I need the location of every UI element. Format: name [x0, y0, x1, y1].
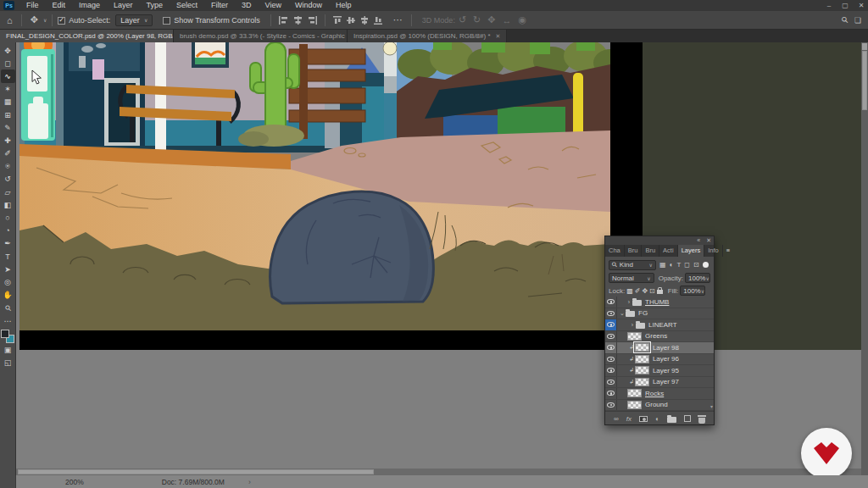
filter-pixel-icon[interactable]: ▦: [659, 261, 666, 269]
healing-brush-tool[interactable]: ✚: [1, 134, 15, 147]
link-layers-icon[interactable]: ∞: [614, 415, 619, 423]
tab-brushes[interactable]: Bru: [625, 245, 643, 257]
scroll-down-arrow[interactable]: ▾: [710, 403, 713, 409]
lock-transparency-icon[interactable]: ▩: [626, 287, 633, 295]
pen-tool[interactable]: ✒: [1, 237, 15, 250]
layer-thumbnail[interactable]: [627, 389, 642, 397]
chevron-down-icon[interactable]: ∨: [43, 17, 47, 23]
restore-button[interactable]: ▢: [838, 0, 852, 11]
menu-image[interactable]: Image: [72, 0, 107, 11]
distribute-vcenter-icon[interactable]: [347, 16, 355, 25]
new-group-icon[interactable]: [667, 417, 676, 423]
layer-row[interactable]: Greens: [605, 331, 714, 343]
color-swatches[interactable]: [1, 330, 14, 343]
layer-thumbnail[interactable]: [635, 366, 649, 374]
layer-thumbnail[interactable]: [635, 343, 649, 352]
layer-row[interactable]: ↲Layer 97: [605, 377, 714, 389]
fill-field[interactable]: 100% ∨: [680, 286, 705, 296]
tab-inspiration[interactable]: Inspiration.psd @ 100% (DESIGN, RGB/8#) …: [348, 30, 507, 42]
tab-channels[interactable]: Cha: [605, 245, 625, 257]
tab-layers[interactable]: Layers: [678, 245, 705, 257]
add-mask-icon[interactable]: [639, 416, 648, 422]
layer-thumbnail[interactable]: [635, 378, 649, 386]
filter-smart-object-icon[interactable]: ⊡: [693, 261, 699, 269]
distribute-bottom-icon[interactable]: [374, 16, 382, 25]
visibility-toggle[interactable]: [605, 342, 617, 353]
menu-window[interactable]: Window: [288, 0, 329, 11]
filter-type-dropdown[interactable]: ⚲ Kind ∨: [609, 260, 656, 270]
panel-menu-icon[interactable]: ≡: [723, 245, 733, 257]
collapse-panel-icon[interactable]: «: [697, 237, 700, 243]
menu-layer[interactable]: Layer: [107, 0, 140, 11]
layer-row[interactable]: ⌄FG: [605, 308, 714, 320]
layer-row[interactable]: ›LINEART: [605, 319, 714, 331]
close-panel-icon[interactable]: ✕: [706, 237, 711, 243]
visibility-toggle[interactable]: [605, 297, 617, 308]
layer-row-selected[interactable]: ↲Layer 98: [605, 342, 714, 354]
show-transform-checkbox[interactable]: [163, 17, 170, 25]
tab-brush-settings[interactable]: Bru: [642, 245, 659, 257]
menu-filter[interactable]: Filter: [204, 0, 235, 11]
layer-thumbnail[interactable]: [627, 332, 642, 341]
menu-help[interactable]: Help: [329, 0, 359, 11]
layer-thumbnail[interactable]: [627, 401, 642, 409]
clone-stamp-tool[interactable]: ⍟: [1, 160, 15, 173]
quick-mask-button[interactable]: ▣: [1, 343, 15, 356]
layer-row[interactable]: ↲Layer 96: [605, 354, 714, 366]
move-tool[interactable]: ✥: [1, 44, 15, 57]
frame-tool[interactable]: ⊞: [1, 108, 15, 121]
screen-mode-button[interactable]: ◱: [1, 356, 15, 369]
expander-icon[interactable]: ⌄: [619, 310, 626, 317]
expander-icon[interactable]: ›: [629, 322, 636, 328]
filter-shape-icon[interactable]: ◻: [684, 261, 690, 269]
tab-actions[interactable]: Acti: [659, 245, 678, 257]
canvas-artwork[interactable]: [19, 42, 643, 350]
lock-position-icon[interactable]: ✥: [642, 287, 648, 295]
scroll-up-arrow[interactable]: [862, 43, 867, 50]
filter-type-icon[interactable]: T: [676, 261, 681, 269]
layer-row[interactable]: Ground: [605, 400, 714, 412]
scrollbar-thumb[interactable]: [18, 469, 374, 474]
history-brush-tool[interactable]: ↺: [1, 173, 15, 186]
new-layer-icon[interactable]: [684, 415, 691, 422]
visibility-toggle[interactable]: [605, 388, 617, 399]
layer-style-icon[interactable]: fx: [626, 415, 632, 423]
lock-artboard-icon[interactable]: ⊡: [649, 287, 655, 295]
menu-3d[interactable]: 3D: [235, 0, 259, 11]
menu-type[interactable]: Type: [140, 0, 170, 11]
type-tool[interactable]: T: [1, 250, 15, 263]
magic-wand-tool[interactable]: ✶: [1, 83, 15, 96]
brush-tool[interactable]: ✐: [1, 147, 15, 160]
minimize-button[interactable]: –: [822, 0, 836, 11]
marquee-tool[interactable]: ◻: [1, 57, 15, 69]
visibility-toggle[interactable]: [605, 377, 617, 388]
visibility-toggle[interactable]: [605, 331, 617, 342]
blur-tool[interactable]: ○: [1, 211, 15, 224]
align-left-icon[interactable]: [279, 16, 288, 25]
align-center-icon[interactable]: [293, 16, 303, 25]
gradient-tool[interactable]: ◧: [1, 198, 15, 211]
canvas-viewport[interactable]: « ✕ Cha Bru Bru Acti Layers Info ≡ ⚲ Kin…: [16, 42, 868, 475]
layer-row[interactable]: ›THUMB: [605, 297, 714, 308]
more-options-icon[interactable]: ⋯: [390, 14, 406, 25]
visibility-toggle[interactable]: [605, 319, 617, 330]
align-right-icon[interactable]: [308, 16, 317, 25]
tab-brush-demo[interactable]: brush demo.psd @ 33.3% (- Stylize - Comi…: [174, 30, 348, 42]
layer-row[interactable]: ↲Layer 95: [605, 365, 714, 377]
eyedropper-tool[interactable]: ✎: [1, 121, 15, 134]
workspace-icon[interactable]: ❏: [854, 16, 861, 25]
filter-toggle[interactable]: [703, 262, 709, 268]
tab-info[interactable]: Info: [704, 245, 723, 257]
path-selection-tool[interactable]: ➤: [1, 263, 15, 275]
expander-icon[interactable]: ›: [626, 299, 632, 305]
move-tool-icon[interactable]: ✥: [27, 14, 42, 25]
visibility-toggle[interactable]: [605, 400, 617, 411]
distribute-hcenter-icon[interactable]: [360, 16, 369, 25]
crop-tool[interactable]: ▦: [1, 96, 15, 108]
menu-edit[interactable]: Edit: [46, 0, 73, 11]
menu-select[interactable]: Select: [170, 0, 204, 11]
menu-file[interactable]: File: [19, 0, 46, 11]
scrollbar-thumb[interactable]: [862, 51, 867, 110]
layer-thumbnail[interactable]: [635, 355, 649, 363]
layer-row[interactable]: Rocks: [605, 388, 714, 400]
